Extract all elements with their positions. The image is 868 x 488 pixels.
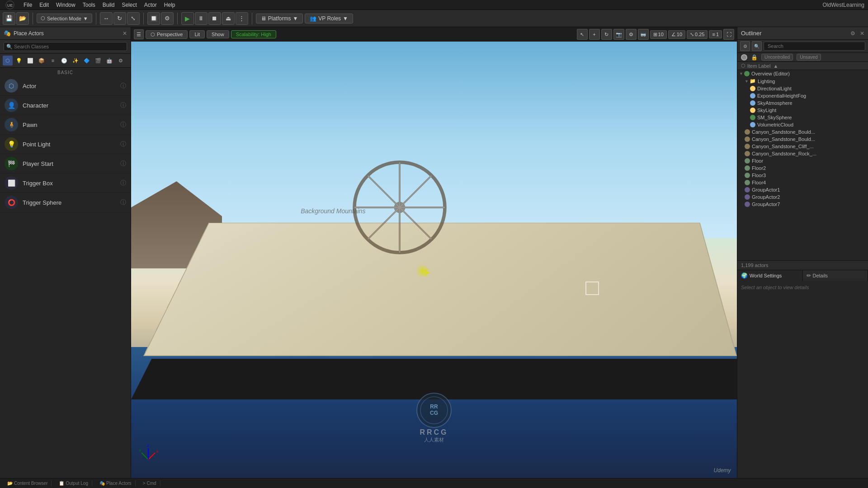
pause-button[interactable]: ⏸ <box>195 12 208 25</box>
viewport-menu-button[interactable]: ☰ <box>134 29 144 39</box>
tree-item-directionallight[interactable]: DirectionalLight <box>737 85 868 92</box>
unsaved-tag[interactable]: Unsaved <box>797 54 821 61</box>
save-button[interactable]: 💾 <box>3 12 15 25</box>
tree-item-groupactor7[interactable]: GroupActor7 <box>737 201 868 208</box>
uncontrolled-tag[interactable]: Uncontrolled <box>761 54 793 61</box>
vr-preview[interactable]: 🥽 <box>638 29 649 40</box>
translate-gizmo[interactable]: + <box>589 29 600 40</box>
actor-item-actor[interactable]: ⬡ Actor ⓘ <box>0 76 131 96</box>
perspective-dropdown[interactable]: ⬡ Perspective <box>146 30 188 39</box>
more-play-options[interactable]: ⋮ <box>236 12 248 25</box>
geometry-button[interactable]: 🔷 <box>82 56 92 66</box>
actor-item-triggersphere[interactable]: ⭕ Trigger Sphere ⓘ <box>0 193 131 212</box>
actor-info-triggersphere[interactable]: ⓘ <box>120 198 126 206</box>
platforms-dropdown[interactable]: 🖥 Platforms ▼ <box>256 14 303 23</box>
play-button[interactable]: ▶ <box>181 12 194 25</box>
tree-item-skylight[interactable]: SkyLight <box>737 107 868 114</box>
tree-item-canyon1[interactable]: Canyon_Sandstone_Bould... <box>737 128 868 136</box>
content-browser-button[interactable]: 📂 <box>16 12 29 25</box>
snap-to-surface[interactable]: 🔲 <box>147 12 160 25</box>
actor-info-pawn[interactable]: ⓘ <box>120 121 126 129</box>
actor-item-triggerbox[interactable]: ⬜ Trigger Box ⓘ <box>0 174 131 193</box>
tree-item-volumetriccloud[interactable]: VolumetricCloud <box>737 121 868 128</box>
basic-category-button[interactable]: ⬡ <box>3 56 13 66</box>
outliner-search-input[interactable] <box>764 42 865 51</box>
status-content-browser[interactable]: 📂 Content Browser <box>4 480 52 486</box>
stop-button[interactable]: ⏹ <box>208 12 221 25</box>
tree-item-floor1[interactable]: Floor <box>737 157 868 164</box>
tree-item-canyon4[interactable]: Canyon_Sandstone_Rock_... <box>737 150 868 157</box>
actor-info-triggerbox[interactable]: ⓘ <box>120 179 126 187</box>
cursor-tool[interactable]: ↖ <box>577 29 588 40</box>
selection-mode-dropdown[interactable]: ⬡ Selection Mode ▼ <box>37 14 92 23</box>
physics-button[interactable]: ⚙ <box>116 56 126 66</box>
outliner-lock-button[interactable]: 🔍 <box>752 41 762 51</box>
angle-snap-settings[interactable]: ∠ 10 <box>668 30 685 39</box>
grid-snap-settings[interactable]: ⊞ 10 <box>650 30 667 39</box>
tree-item-groupactor2[interactable]: GroupActor2 <box>737 193 868 201</box>
vp-roles-dropdown[interactable]: 👥 VP Roles ▼ <box>305 14 353 23</box>
maximize-button[interactable]: ⛶ <box>723 29 734 40</box>
menu-build[interactable]: Build <box>99 2 118 8</box>
menu-window[interactable]: Window <box>52 2 79 8</box>
tree-item-groupactor1[interactable]: GroupActor1 <box>737 186 868 193</box>
actor-item-playerstart[interactable]: 🏁 Player Start ⓘ <box>0 154 131 174</box>
ai-button[interactable]: 🤖 <box>104 56 114 66</box>
tree-item-skyatmosphere[interactable]: SkyAtmosphere <box>737 99 868 107</box>
tree-item-floor3[interactable]: Floor3 <box>737 172 868 179</box>
menu-actor[interactable]: Actor <box>141 2 160 8</box>
scalability-dropdown[interactable]: Scalability: High <box>231 30 276 38</box>
camera-settings[interactable]: 📷 <box>613 29 624 40</box>
tree-item-expfog[interactable]: ExponentialHeightFog <box>737 92 868 99</box>
world-settings-tab[interactable]: 🌍 World Settings <box>737 270 803 281</box>
actor-info-actor[interactable]: ⓘ <box>120 82 126 90</box>
translate-tool[interactable]: ↔ <box>100 12 113 25</box>
lights-category-button[interactable]: 💡 <box>14 56 24 66</box>
actor-info-pointlight[interactable]: ⓘ <box>120 140 126 148</box>
status-output-log[interactable]: 📋 Output Log <box>55 480 92 486</box>
viewport[interactable]: ☰ ⬡ Perspective Lit Show Scalability: Hi… <box>131 27 737 478</box>
volumes-category-button[interactable]: 📦 <box>37 56 47 66</box>
menu-file[interactable]: File <box>20 2 36 8</box>
tree-item-smskysphere[interactable]: SM_SkySphere <box>737 114 868 121</box>
search-classes-input[interactable] <box>4 42 127 51</box>
menu-select[interactable]: Select <box>118 2 140 8</box>
actor-item-character[interactable]: 👤 Character ⓘ <box>0 96 131 115</box>
tree-item-canyon3[interactable]: Canyon_Sandstone_Cliff_... <box>737 143 868 150</box>
eject-button[interactable]: ⏏ <box>222 12 235 25</box>
tree-item-overview[interactable]: ▼ Overview (Editor) <box>737 70 868 77</box>
rotate-tool[interactable]: ↻ <box>113 12 126 25</box>
all-classes-button[interactable]: ≡ <box>48 56 58 66</box>
snap-settings[interactable]: ⚙ <box>161 12 174 25</box>
recently-placed-button[interactable]: 🕒 <box>59 56 69 66</box>
scale-snap-settings[interactable]: ⤡ 0.25 <box>687 30 708 39</box>
menu-edit[interactable]: Edit <box>36 2 52 8</box>
tree-item-floor2[interactable]: Floor2 <box>737 164 868 172</box>
menu-tools[interactable]: Tools <box>79 2 99 8</box>
tree-item-floor4[interactable]: Floor4 <box>737 179 868 186</box>
lock-toggle[interactable]: 🔒 <box>751 54 758 61</box>
status-cmd[interactable]: > Cmd <box>139 480 160 486</box>
actor-info-playerstart[interactable]: ⓘ <box>120 160 126 168</box>
outliner-filter-button[interactable]: ⚙ <box>740 41 750 51</box>
item-label-sort[interactable]: ▲ <box>773 63 778 69</box>
scale-tool[interactable]: ⤡ <box>127 12 140 25</box>
show-dropdown[interactable]: Show <box>207 30 229 38</box>
details-tab[interactable]: ✏ Details <box>803 270 868 281</box>
lit-button[interactable]: Lit <box>189 30 205 38</box>
outliner-close-button[interactable]: ✕ <box>860 30 864 37</box>
viewport-settings[interactable]: ⚙ <box>626 29 637 40</box>
visual-effects-button[interactable]: ✨ <box>71 56 80 66</box>
status-place-actors[interactable]: 🎭 Place Actors <box>96 480 136 486</box>
outliner-filter-icon[interactable]: ⚙ <box>850 30 855 37</box>
visibility-toggle[interactable] <box>741 54 747 61</box>
actor-info-character[interactable]: ⓘ <box>120 101 126 109</box>
rotate-gizmo[interactable]: ↻ <box>601 29 612 40</box>
place-actors-close-button[interactable]: ✕ <box>123 30 127 37</box>
cinematics-button[interactable]: 🎬 <box>93 56 103 66</box>
actor-item-pointlight[interactable]: 💡 Point Light ⓘ <box>0 135 131 154</box>
shapes-category-button[interactable]: ⬜ <box>25 56 35 66</box>
tree-item-canyon2[interactable]: Canyon_Sandstone_Bould... <box>737 136 868 143</box>
layer-settings[interactable]: ≡ 1 <box>709 30 722 38</box>
tree-item-lighting[interactable]: ▼ 📁 Lighting <box>737 77 868 85</box>
